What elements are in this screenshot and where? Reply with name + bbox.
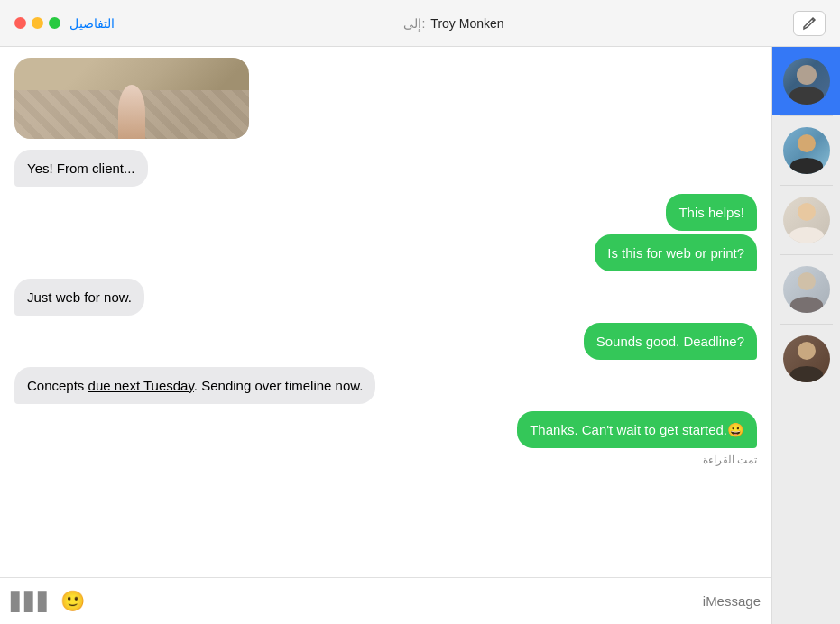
message-received-2: Just web for now.: [14, 279, 144, 316]
contact-item-5[interactable]: [772, 325, 840, 393]
traffic-lights: [14, 17, 60, 29]
message-text: Yes! From client...: [27, 161, 135, 176]
sent-group-2: Sounds good. Deadline?: [14, 323, 757, 360]
minimize-button[interactable]: [32, 17, 43, 29]
details-link[interactable]: التفاصيل: [69, 16, 115, 31]
avatar-4: [783, 266, 830, 313]
sent-group-1: This helps! Is this for web or print?: [14, 194, 757, 271]
message-sent-4: Thanks. Can't wait to get started.😀: [517, 411, 757, 448]
sent-group-3: Thanks. Can't wait to get started.😀 تمت …: [14, 411, 757, 466]
input-bar: ▋▋▋ 🙂: [0, 577, 771, 624]
message-sent-2: Is this for web or print?: [595, 234, 757, 271]
compose-button[interactable]: [793, 11, 826, 36]
message-sent-1: This helps!: [666, 194, 757, 231]
to-label: :إلى: [403, 16, 425, 31]
message-text: This helps!: [678, 205, 744, 220]
message-text-after: . Sending over timeline now.: [194, 378, 364, 393]
close-button[interactable]: [14, 17, 26, 29]
read-receipt: تمت القراءة: [703, 454, 757, 466]
emoji-icon[interactable]: 🙂: [60, 590, 85, 613]
main-layout: Yes! From client... This helps! Is this …: [0, 47, 840, 624]
audio-icon[interactable]: ▋▋▋: [11, 591, 51, 612]
message-text: Thanks. Can't wait to get started.😀: [530, 422, 744, 437]
image-bubble: [14, 58, 249, 139]
chat-area: Yes! From client... This helps! Is this …: [0, 47, 771, 624]
avatar-5: [783, 335, 830, 382]
contact-sidebar: [771, 47, 840, 624]
message-input[interactable]: [94, 593, 761, 609]
person-silhouette: [118, 85, 145, 139]
avatar-2: [783, 127, 830, 174]
compose-icon: [802, 16, 817, 31]
avatar-3: [783, 197, 830, 243]
titlebar-left: التفاصيل: [14, 16, 115, 31]
message-text-underlined: due next Tuesday: [88, 378, 194, 393]
message-text: Just web for now.: [27, 289, 132, 305]
avatar-1: [783, 58, 830, 105]
message-text: Is this for web or print?: [607, 245, 744, 261]
message-received-3: Concepts due next Tuesday. Sending over …: [14, 367, 375, 404]
recipient-name: Troy Monken: [430, 16, 503, 31]
maximize-button[interactable]: [49, 17, 60, 29]
message-text: Sounds good. Deadline?: [596, 334, 744, 349]
message-sent-3: Sounds good. Deadline?: [584, 323, 757, 360]
contact-item-1[interactable]: [772, 47, 840, 115]
messages-container: Yes! From client... This helps! Is this …: [0, 47, 771, 577]
message-text-before: Concepts: [27, 378, 88, 393]
recipient-info: :إلى Troy Monken: [403, 16, 503, 31]
titlebar: التفاصيل :إلى Troy Monken: [0, 0, 840, 47]
contact-item-3[interactable]: [772, 186, 840, 254]
message-received-1: Yes! From client...: [14, 150, 148, 187]
contact-item-2[interactable]: [772, 116, 840, 185]
contact-item-4[interactable]: [772, 255, 840, 324]
